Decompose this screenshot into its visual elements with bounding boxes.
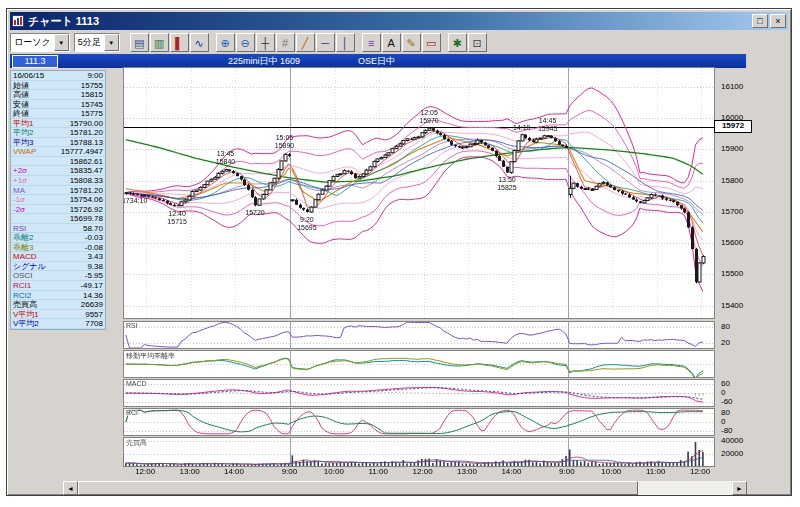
chart-type-dropdown[interactable]: ローソク ▼: [10, 33, 70, 52]
sidebar-row-label: 始値: [13, 81, 29, 90]
chevron-down-icon: ▼: [54, 34, 69, 51]
grid-icon[interactable]: #: [276, 33, 295, 52]
eraser-icon[interactable]: ▭: [422, 33, 441, 52]
panel-tick-label: 0: [721, 388, 725, 397]
infobar: 111.3 225mini日中 1609 OSE日中: [10, 54, 746, 68]
sidebar-row: シグナル9.38: [11, 262, 105, 272]
sidebar-row-value: 15835.47: [70, 166, 103, 175]
window-title: チャート 1113: [28, 14, 750, 29]
sidebar-row-value: -0.03: [85, 233, 103, 242]
sidebar-row-value: 7708: [85, 319, 103, 328]
tick-list-icon[interactable]: ▤: [130, 33, 149, 52]
indicator-panel-dev: 移動平均乖離率: [123, 350, 715, 378]
titlebar[interactable]: チャート 1113 □ ×: [10, 12, 788, 30]
price-tick-label: 16100: [721, 82, 743, 91]
sidebar-row: V平均27708: [11, 319, 105, 329]
sidebar-row-value: 9557: [85, 310, 103, 319]
sidebar-row-value: 15815: [81, 90, 103, 99]
sidebar-row: 高値15815: [11, 90, 105, 100]
toolbar-icons: ▤▥▌∿⊕⊖┼#╱─│≡A✎▭✱⊡: [130, 33, 488, 52]
rci-panel-canvas[interactable]: [124, 409, 714, 435]
horizontal-scrollbar[interactable]: ◄ ►: [63, 481, 747, 495]
sidebar-row: 平均215781.20: [11, 128, 105, 138]
sidebar-row-label: RCI2: [13, 291, 31, 300]
time-tick-label: 9:00: [282, 467, 298, 476]
vertical-line-icon[interactable]: │: [336, 33, 355, 52]
time-tick-label: 13:00: [180, 467, 200, 476]
price-tick-label: 15400: [721, 301, 743, 310]
print-icon[interactable]: ⊡: [468, 33, 487, 52]
dev-panel-canvas[interactable]: [124, 351, 714, 377]
text-annotation-icon[interactable]: A: [382, 33, 401, 52]
time-tick-label: 12:00: [690, 467, 710, 476]
sidebar-row: MA15781.20: [11, 186, 105, 196]
crosshair-icon[interactable]: ┼: [256, 33, 275, 52]
horizontal-line-icon[interactable]: ─: [316, 33, 335, 52]
sidebar-row-value: 15790.00: [70, 119, 103, 128]
scroll-right-button[interactable]: ►: [732, 481, 747, 495]
sidebar-row: 平均115790.00: [11, 119, 105, 129]
app-icon: [12, 15, 24, 27]
time-axis: 12:0013:0014:009:0010:0011:0012:0013:001…: [123, 467, 713, 477]
sidebar-row-label: OSCI: [13, 271, 33, 280]
sidebar-row-value: 58.70: [83, 224, 103, 233]
line-chart-icon[interactable]: ∿: [190, 33, 209, 52]
sidebar-row-value: 15788.13: [70, 138, 103, 147]
scrollbar-thumb[interactable]: [78, 481, 638, 495]
sidebar-row-value: -5.95: [85, 271, 103, 280]
sidebar-row: -1σ15754.06: [11, 195, 105, 205]
sidebar-row-value: 15745: [81, 100, 103, 109]
sidebar-row-value: 15777.4947: [61, 147, 103, 156]
price-axis: 1610016000159001580015700156001550015400…: [717, 9, 761, 495]
sidebar-row-label: 乖離3: [13, 243, 33, 252]
chevron-down-icon: ▼: [104, 34, 119, 51]
panel-tick-label: 80: [721, 408, 730, 417]
sidebar-row: 始値15755: [11, 81, 105, 91]
sidebar-row-label: 安値: [13, 100, 29, 109]
sidebar-row-label: RSI: [13, 224, 26, 233]
time-tick-label: 12:00: [135, 467, 155, 476]
panel-tick-label: 40000: [721, 436, 743, 445]
chart-code-box[interactable]: 111.3: [12, 55, 58, 68]
sidebar-row-label: +1σ: [13, 176, 27, 185]
timeframe-value: 5分足: [75, 36, 104, 49]
scrollbar-track[interactable]: [78, 481, 732, 495]
sidebar-row: +1σ15808.33: [11, 176, 105, 186]
sidebar-row-label: -1σ: [13, 195, 25, 204]
toolbar: ローソク ▼ 5分足 ▼ ▤▥▌∿⊕⊖┼#╱─│≡A✎▭✱⊡: [10, 32, 788, 53]
timeframe-dropdown[interactable]: 5分足 ▼: [74, 33, 120, 52]
sidebar-row: 16/06/159:00: [11, 71, 105, 81]
zoom-out-icon[interactable]: ⊖: [236, 33, 255, 52]
bar-chart-icon[interactable]: ▥: [150, 33, 169, 52]
sidebar-row-label: 売買高: [13, 300, 37, 309]
time-tick-label: 9:00: [559, 467, 575, 476]
scroll-left-button[interactable]: ◄: [63, 481, 78, 495]
settings-icon[interactable]: ✱: [448, 33, 467, 52]
volume-panel-canvas[interactable]: [124, 438, 714, 466]
sidebar-row-value: 15699.78: [70, 214, 103, 223]
panel-tick-label: -60: [721, 397, 733, 406]
sidebar-row-value: 9:00: [87, 71, 103, 80]
fibonacci-icon[interactable]: ≡: [362, 33, 381, 52]
trendline-icon[interactable]: ╱: [296, 33, 315, 52]
pencil-icon[interactable]: ✎: [402, 33, 421, 52]
rsi-panel-canvas[interactable]: [124, 322, 714, 348]
sidebar: 16/06/159:00始値15755高値15815安値15745終値15775…: [10, 70, 106, 330]
sidebar-row-label: 終値: [13, 109, 29, 118]
indicator-panel-rsi: RSI: [123, 321, 715, 349]
sidebar-row: 15862.61: [11, 157, 105, 167]
sidebar-row: +2σ15835.47: [11, 166, 105, 176]
zoom-in-icon[interactable]: ⊕: [216, 33, 235, 52]
candlestick-icon[interactable]: ▌: [170, 33, 189, 52]
price-tick-label: 15900: [721, 144, 743, 153]
panel-tick-label: -80: [721, 426, 733, 435]
indicator-panel-macd: MACD: [123, 379, 715, 407]
sidebar-row-label: V平均2: [13, 319, 39, 328]
sidebar-row-label: RCI1: [13, 281, 31, 290]
macd-panel-canvas[interactable]: [124, 380, 714, 406]
sidebar-row: 終値15775: [11, 109, 105, 119]
main-chart-canvas[interactable]: [123, 67, 715, 319]
time-tick-label: 10:00: [324, 467, 344, 476]
close-button[interactable]: ×: [770, 14, 786, 28]
sidebar-row-value: -49.17: [80, 281, 103, 290]
